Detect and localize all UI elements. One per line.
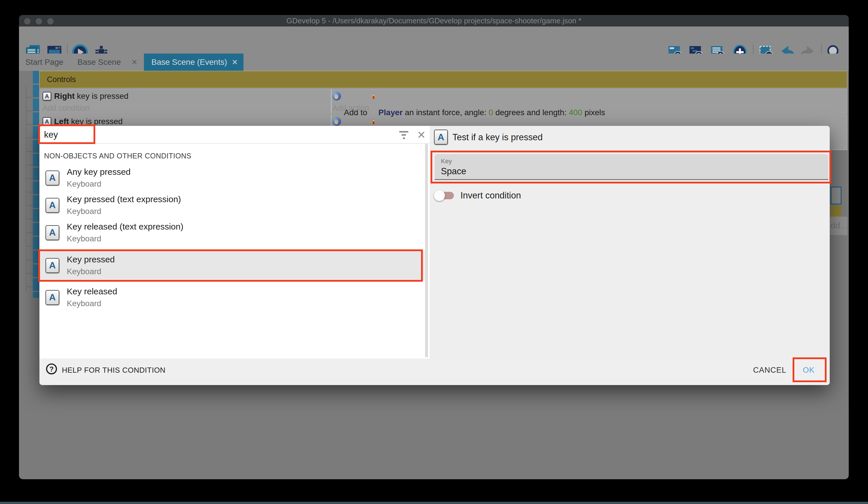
add-condition-link[interactable]: Add condition [43,102,90,113]
divider [39,143,430,144]
window-title: GDevelop 5 - /Users/dkarakay/Documents/G… [19,15,849,27]
screen-edge-strip [0,502,868,504]
condition-item-title: Any key pressed [67,167,131,177]
annotation-search-box [38,124,95,144]
condition-list-item[interactable]: A Key released (text expression) Keyboar… [39,219,424,246]
tab-base-scene-events-label: Base Scene (Events) [151,53,227,71]
annotation-key-field-box [431,151,831,183]
tab-start-page[interactable]: Start Page [25,53,63,71]
condition-item-subtitle: Keyboard [67,179,131,189]
titlebar: GDevelop 5 - /Users/dkarakay/Documents/G… [19,15,849,27]
clipped-add-text: dd... [830,221,847,230]
tab-base-scene-events[interactable]: Base Scene (Events) ✕ [144,53,244,71]
condition-item-subtitle: Keyboard [67,299,117,308]
keyboard-key-icon: A [43,92,51,101]
editor-tabbar: Start Page Base Scene ✕ Base Scene (Even… [19,53,849,71]
invert-condition-label: Invert condition [461,190,521,201]
condition-list-item[interactable]: A Key released Keyboard [39,284,424,311]
help-icon[interactable]: ? [46,363,57,374]
condition-item-title: Key released (text expression) [67,222,183,232]
tab-base-scene[interactable]: Base Scene [78,53,121,71]
highlighted-event-sliver [830,187,841,204]
condition-item-title: Key released [67,286,117,296]
keyboard-key-icon: A [45,225,59,240]
player-ship-icon [370,118,378,125]
list-scrollbar[interactable] [425,144,428,357]
keyboard-key-icon: A [45,171,59,185]
comment-text: Controls [47,71,76,88]
condition-action-divider [331,89,332,113]
force-icon [332,117,341,126]
tab-base-scene-events-close-icon[interactable]: ✕ [232,53,238,71]
annotation-key-pressed-box [38,249,423,282]
condition-list-pane: ✕ NON-OBJECTS AND OTHER CONDITIONS A Any… [39,126,430,359]
keyboard-key-icon: A [45,198,59,213]
screenshot-canvas: GDevelop 5 - /Users/dkarakay/Documents/G… [0,0,868,504]
condition-text: Right key is pressed [54,92,128,101]
condition-item-title: Key pressed (text expression) [67,194,181,204]
section-header: NON-OBJECTS AND OTHER CONDITIONS [44,152,192,160]
cancel-button[interactable]: CANCEL [747,366,792,375]
main-toolbar [19,27,849,53]
filter-icon[interactable] [398,130,410,141]
condition-item-subtitle: Keyboard [67,207,181,216]
condition-detail-title: Test if a key is pressed [452,132,543,143]
condition-list-item[interactable]: A Key pressed (text expression) Keyboard [39,192,424,219]
condition-list-item[interactable]: A Any key pressed Keyboard [39,164,424,192]
condition-item-subtitle: Keyboard [67,234,183,243]
force-icon [332,92,341,101]
dialog-footer: ? HELP FOR THIS CONDITION CANCEL OK [39,359,830,385]
keyboard-key-icon: A [434,130,448,144]
keyboard-key-icon: A [45,290,59,305]
event-tree-connectors [26,84,33,297]
tab-base-scene-close-icon[interactable]: ✕ [131,53,137,71]
toggle-thumb[interactable] [434,190,445,201]
help-link[interactable]: HELP FOR THIS CONDITION [62,366,165,375]
condition-right-key[interactable]: A Right key is pressed [43,90,128,102]
close-icon[interactable]: ✕ [417,130,426,140]
annotation-ok-box [793,357,827,382]
